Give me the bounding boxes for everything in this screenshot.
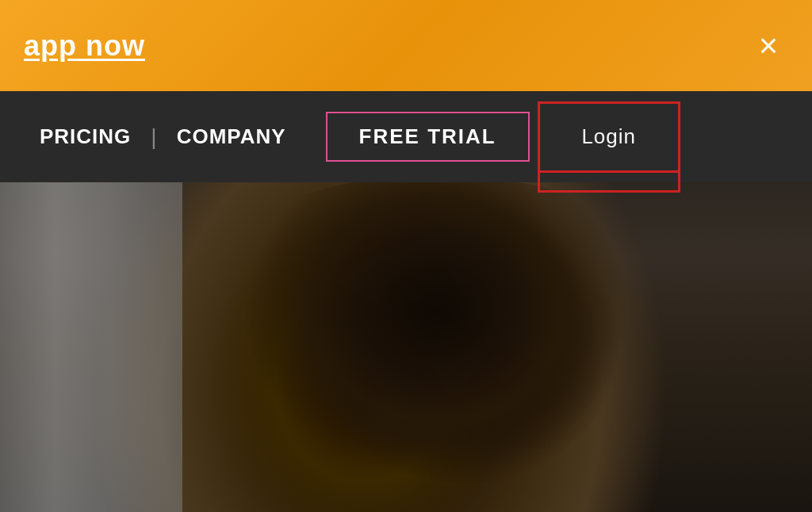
login-button[interactable]: Login <box>538 101 680 173</box>
nav-separator: | <box>147 124 160 150</box>
nav-item-company[interactable]: COMPANY <box>161 117 302 157</box>
bg-hair <box>159 174 714 512</box>
nav-item-pricing[interactable]: PRICING <box>24 117 147 157</box>
free-trial-button[interactable]: FREE TRIAL <box>326 112 530 162</box>
orange-banner: app now × <box>0 0 812 91</box>
bg-left-wall <box>0 182 182 512</box>
nav-bar: PRICING | COMPANY FREE TRIAL Login <box>0 91 812 182</box>
close-button[interactable]: × <box>749 26 788 66</box>
banner-text: app now <box>24 29 145 63</box>
